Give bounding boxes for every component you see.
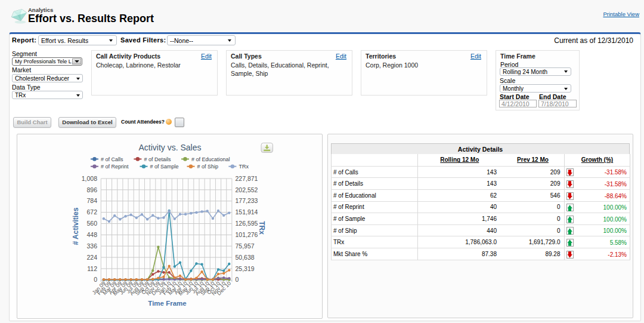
svg-text:101,276: 101,276 <box>236 231 258 238</box>
svg-text:336: 336 <box>86 242 97 250</box>
svg-text:75,957: 75,957 <box>236 242 255 250</box>
svg-text:Activity vs. Sales: Activity vs. Sales <box>138 143 201 152</box>
svg-text:177,233: 177,233 <box>236 197 258 204</box>
svg-text:TRx: TRx <box>258 221 266 235</box>
svg-text:# of Details: # of Details <box>144 156 171 162</box>
svg-text:# of Reprint: # of Reprint <box>101 164 129 170</box>
svg-text:126,595: 126,595 <box>236 220 258 227</box>
svg-text:# of Ship: # of Ship <box>197 164 219 170</box>
svg-text:227,871: 227,871 <box>236 175 258 182</box>
svg-text:112: 112 <box>87 265 97 272</box>
svg-text:784: 784 <box>86 197 97 204</box>
svg-text:448: 448 <box>86 231 97 238</box>
svg-text:672: 672 <box>86 208 97 216</box>
svg-text:151,914: 151,914 <box>236 208 258 216</box>
svg-text:# Activities: # Activities <box>72 207 80 245</box>
svg-text:896: 896 <box>86 186 97 193</box>
svg-text:1,008: 1,008 <box>82 175 97 182</box>
svg-text:50,638: 50,638 <box>236 254 255 261</box>
svg-text:TRx: TRx <box>239 164 249 170</box>
svg-text:# of Calls: # of Calls <box>101 156 123 162</box>
svg-text:25,319: 25,319 <box>236 265 255 272</box>
svg-text:224: 224 <box>86 254 97 261</box>
svg-text:0: 0 <box>94 276 97 283</box>
svg-text:560: 560 <box>86 220 97 227</box>
svg-text:# of Sample: # of Sample <box>150 164 179 170</box>
svg-text:202,552: 202,552 <box>236 186 258 193</box>
svg-text:# of Educational: # of Educational <box>191 156 230 162</box>
svg-text:0: 0 <box>236 276 239 283</box>
svg-text:Time Frame: Time Frame <box>148 300 186 307</box>
